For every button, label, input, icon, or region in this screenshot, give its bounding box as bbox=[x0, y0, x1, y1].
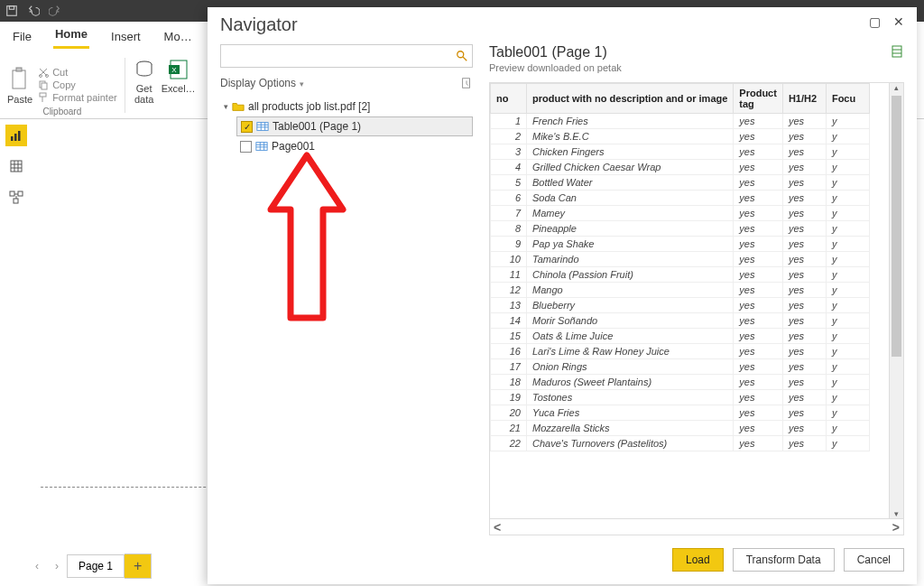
preview-options-icon[interactable] bbox=[890, 44, 904, 59]
tree-folder[interactable]: ▾ all products job list.pdf [2] bbox=[220, 97, 473, 116]
table-row[interactable]: 18Maduros (Sweet Plantains)yesyesy bbox=[491, 375, 870, 390]
table-row[interactable]: 11Chinola (Passion Fruit)yesyesy bbox=[491, 267, 870, 283]
data-view-icon[interactable] bbox=[5, 155, 27, 177]
navigator-preview-panel: Table001 (Page 1) Preview downloaded on … bbox=[489, 44, 904, 535]
table-row[interactable]: 22Chave's Turnovers (Pastelitos)yesyesy bbox=[491, 436, 870, 451]
page-tab-1[interactable]: Page 1 bbox=[67, 554, 125, 578]
tab-modeling[interactable]: Mo… bbox=[162, 26, 194, 49]
cut-button[interactable]: Cut bbox=[38, 67, 117, 78]
maximize-icon[interactable]: ▢ bbox=[869, 14, 881, 35]
scroll-up-icon[interactable]: ▴ bbox=[890, 83, 903, 92]
format-painter-button[interactable]: Format painter bbox=[38, 92, 117, 103]
close-icon[interactable]: ✕ bbox=[893, 14, 904, 35]
table-row[interactable]: 1French Friesyesyesy bbox=[491, 114, 870, 129]
paste-button[interactable]: Paste bbox=[7, 67, 32, 105]
copy-label: Copy bbox=[52, 79, 76, 90]
page-tabs: ‹ › Page 1 + bbox=[27, 553, 152, 579]
svg-rect-19 bbox=[14, 199, 18, 203]
table-row[interactable]: 2Mike's B.E.Cyesyesy bbox=[491, 129, 870, 144]
view-rail bbox=[0, 119, 32, 208]
table-row[interactable]: 20Yuca Friesyesyesy bbox=[491, 405, 870, 421]
checkbox[interactable] bbox=[240, 141, 252, 153]
table-row[interactable]: 4Grilled Chicken Caesar Wrapyesyesy bbox=[491, 160, 870, 175]
column-header[interactable]: no bbox=[491, 84, 527, 114]
excel-label: Excel… bbox=[162, 83, 196, 94]
svg-rect-3 bbox=[16, 68, 22, 71]
tree-item[interactable]: Page001 bbox=[236, 136, 473, 156]
report-view-icon[interactable] bbox=[5, 125, 27, 146]
navigator-dialog: Navigator ▢ ✕ Display Options ▾ all prod… bbox=[208, 7, 917, 584]
vertical-scrollbar[interactable]: ▴ ▾ bbox=[889, 83, 903, 518]
undo-icon[interactable] bbox=[27, 5, 40, 17]
load-button[interactable]: Load bbox=[672, 548, 724, 572]
cancel-button[interactable]: Cancel bbox=[844, 548, 904, 572]
group-clipboard: Clipboard bbox=[42, 107, 81, 116]
page-next[interactable]: › bbox=[47, 560, 67, 572]
folder-icon bbox=[232, 101, 245, 112]
page-prev[interactable]: ‹ bbox=[27, 560, 47, 572]
svg-rect-2 bbox=[13, 70, 25, 88]
horizontal-scrollbar[interactable]: < > bbox=[489, 519, 904, 535]
column-header[interactable]: product with no description and or image bbox=[527, 84, 734, 114]
tree-item[interactable]: ✓Table001 (Page 1) bbox=[236, 116, 473, 136]
table-row[interactable]: 6Soda Canyesyesy bbox=[491, 191, 870, 206]
table-row[interactable]: 19Tostonesyesyesy bbox=[491, 390, 870, 405]
add-page-button[interactable]: + bbox=[125, 553, 152, 579]
column-header[interactable]: H1/H2 bbox=[782, 84, 826, 114]
svg-text:X: X bbox=[171, 66, 177, 74]
navigator-title: Navigator bbox=[220, 14, 298, 35]
redo-icon[interactable] bbox=[49, 5, 61, 17]
table-row[interactable]: 3Chicken Fingersyesyesy bbox=[491, 144, 870, 160]
svg-rect-0 bbox=[7, 6, 17, 16]
table-row[interactable]: 16Lari's Lime & Raw Honey Juiceyesyesy bbox=[491, 344, 870, 359]
tab-file[interactable]: File bbox=[11, 26, 33, 49]
get-data-button[interactable]: Get data bbox=[133, 58, 156, 105]
table-row[interactable]: 15Oats & Lime Juiceyesyesy bbox=[491, 329, 870, 344]
excel-button[interactable]: X Excel… bbox=[162, 58, 196, 94]
table-row[interactable]: 17Onion Ringsyesyesy bbox=[491, 359, 870, 375]
getdata-label: Get data bbox=[134, 83, 153, 105]
scroll-left-icon[interactable]: < bbox=[494, 520, 501, 535]
svg-rect-17 bbox=[10, 191, 14, 196]
refresh-icon[interactable] bbox=[460, 77, 473, 89]
navigator-left-panel: Display Options ▾ all products job list.… bbox=[220, 44, 473, 535]
table-row[interactable]: 9Pap ya Shakeyesyesy bbox=[491, 237, 870, 252]
copy-button[interactable]: Copy bbox=[38, 79, 117, 90]
table-row[interactable]: 12Mangoyesyesy bbox=[491, 283, 870, 298]
table-row[interactable]: 5Bottled Wateryesyesy bbox=[491, 175, 870, 191]
search-icon bbox=[456, 50, 468, 62]
column-header[interactable]: Focu bbox=[826, 84, 869, 114]
table-row[interactable]: 8Pineappleyesyesy bbox=[491, 221, 870, 237]
tree-item-label: Page001 bbox=[272, 140, 315, 153]
svg-rect-13 bbox=[11, 136, 14, 141]
table-icon bbox=[256, 121, 269, 132]
svg-rect-24 bbox=[892, 46, 901, 57]
save-icon[interactable] bbox=[5, 5, 18, 17]
tab-insert[interactable]: Insert bbox=[109, 26, 143, 49]
table-row[interactable]: 21Mozzarella Sticksyesyesy bbox=[491, 421, 870, 436]
tab-home[interactable]: Home bbox=[53, 23, 89, 49]
model-view-icon[interactable] bbox=[5, 186, 27, 208]
table-icon bbox=[255, 141, 268, 152]
svg-rect-8 bbox=[40, 93, 46, 97]
table-row[interactable]: 14Morir Soñandoyesyesy bbox=[491, 313, 870, 329]
tree-item-label: Table001 (Page 1) bbox=[273, 120, 361, 133]
transform-data-button[interactable]: Transform Data bbox=[733, 548, 835, 572]
svg-rect-18 bbox=[18, 191, 23, 196]
table-row[interactable]: 13Blueberryyesyesy bbox=[491, 298, 870, 313]
table-row[interactable]: 10Tamarindoyesyesy bbox=[491, 252, 870, 267]
checkbox[interactable]: ✓ bbox=[241, 121, 253, 133]
column-header[interactable]: Product tag bbox=[734, 84, 783, 114]
scroll-right-icon[interactable]: > bbox=[892, 520, 900, 535]
svg-rect-22 bbox=[257, 123, 268, 131]
scrollbar-thumb[interactable] bbox=[892, 96, 901, 357]
svg-rect-15 bbox=[18, 131, 21, 141]
svg-point-4 bbox=[40, 75, 42, 78]
preview-grid[interactable]: noproduct with no description and or ima… bbox=[489, 82, 904, 519]
navigator-search[interactable] bbox=[220, 44, 473, 68]
preview-title: Table001 (Page 1) bbox=[489, 44, 622, 60]
display-options-dropdown[interactable]: Display Options bbox=[220, 77, 304, 89]
search-input[interactable] bbox=[225, 49, 456, 63]
scroll-down-icon[interactable]: ▾ bbox=[890, 509, 903, 518]
table-row[interactable]: 7Mameyyesyesy bbox=[491, 206, 870, 221]
